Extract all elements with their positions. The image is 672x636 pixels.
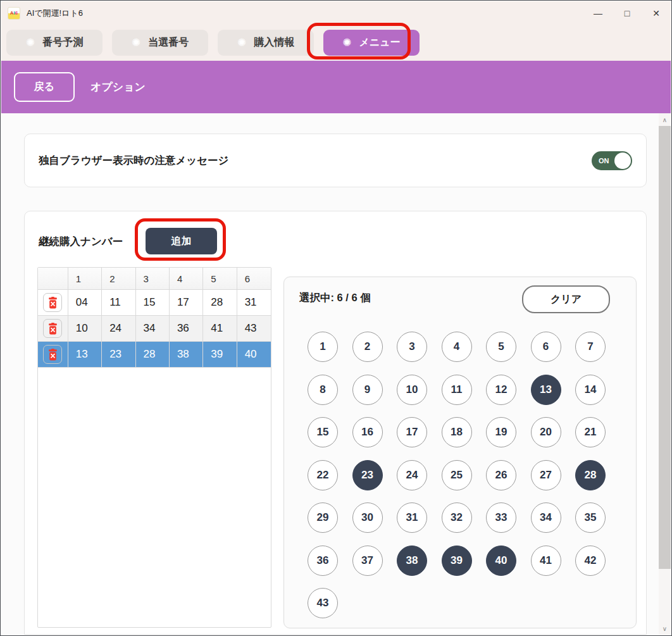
number-circle-39[interactable]: 39: [442, 546, 472, 576]
number-circle-1[interactable]: 1: [308, 332, 338, 362]
number-circle-11[interactable]: 11: [442, 375, 472, 405]
number-circle-32[interactable]: 32: [442, 502, 472, 533]
maximize-button[interactable]: □: [613, 1, 642, 25]
delete-row-button[interactable]: [43, 293, 62, 312]
page-title: オプション: [90, 80, 146, 94]
tab-label: 購入情報: [254, 36, 294, 49]
number-circle-21[interactable]: 21: [575, 417, 606, 447]
delete-cell: [38, 316, 68, 341]
number-circle-43[interactable]: 43: [308, 588, 338, 618]
clear-button[interactable]: クリア: [522, 285, 610, 313]
tab-当選番号[interactable]: ✺ 当選番号: [112, 30, 208, 56]
number-circle-22[interactable]: 22: [308, 460, 338, 490]
number-circle-13[interactable]: 13: [531, 375, 561, 405]
number-circle-30[interactable]: 30: [352, 502, 383, 533]
number-circle-7[interactable]: 7: [575, 332, 606, 362]
scroll-up-icon[interactable]: ∧: [659, 113, 671, 126]
number-cell[interactable]: 39: [203, 342, 237, 367]
number-cell[interactable]: 04: [68, 290, 102, 315]
number-circle-27[interactable]: 27: [531, 460, 561, 490]
table-row[interactable]: 132328383940: [38, 342, 271, 368]
number-cell[interactable]: 24: [102, 316, 135, 341]
number-circle-28[interactable]: 28: [575, 460, 606, 490]
number-circle-4[interactable]: 4: [442, 332, 472, 362]
number-circle-6[interactable]: 6: [531, 332, 561, 362]
number-circle-15[interactable]: 15: [308, 417, 338, 447]
number-cell[interactable]: 34: [136, 316, 170, 341]
table-row[interactable]: 041115172831: [38, 290, 271, 316]
number-cell[interactable]: 40: [237, 342, 271, 367]
tab-label: 番号予測: [42, 36, 83, 49]
tab-label: 当選番号: [148, 36, 189, 49]
starburst-icon: ✺: [342, 37, 351, 48]
number-circle-5[interactable]: 5: [486, 332, 516, 362]
number-circle-23[interactable]: 23: [352, 460, 383, 490]
tab-メニュー[interactable]: ✺ メニュー: [323, 30, 420, 56]
number-circle-35[interactable]: 35: [575, 502, 606, 533]
tab-番号予測[interactable]: ✺ 番号予測: [6, 30, 103, 56]
number-circle-29[interactable]: 29: [308, 502, 338, 533]
table-row[interactable]: 102434364143: [38, 316, 271, 342]
number-cell[interactable]: 38: [170, 342, 203, 367]
notice-toggle[interactable]: ON: [592, 151, 632, 170]
scrollbar-thumb[interactable]: [659, 126, 671, 569]
continuous-purchase-card: 継続購入ナンバー 追加 123456 041115172831: [24, 211, 647, 635]
number-circle-2[interactable]: 2: [352, 332, 383, 362]
number-cell[interactable]: 31: [237, 290, 271, 315]
number-cell[interactable]: 23: [102, 342, 135, 367]
number-circle-33[interactable]: 33: [486, 502, 516, 533]
number-circle-38[interactable]: 38: [397, 546, 427, 576]
number-circle-25[interactable]: 25: [442, 460, 472, 490]
number-circle-26[interactable]: 26: [486, 460, 516, 490]
number-circle-9[interactable]: 9: [352, 375, 383, 405]
number-circle-14[interactable]: 14: [575, 375, 606, 405]
trash-x-icon: [47, 297, 58, 309]
number-cell[interactable]: 17: [170, 290, 203, 315]
number-circle-37[interactable]: 37: [352, 546, 383, 576]
number-cell[interactable]: 13: [68, 342, 102, 367]
number-circle-42[interactable]: 42: [575, 546, 606, 576]
scroll-down-icon[interactable]: ∨: [659, 622, 671, 635]
number-cell[interactable]: 10: [68, 316, 102, 341]
content-area: 独自ブラウザー表示時の注意メッセージ ON 継続購入ナンバー 追加 123456: [1, 113, 671, 635]
number-cell[interactable]: 15: [136, 290, 170, 315]
delete-row-button[interactable]: [43, 345, 62, 364]
number-circle-36[interactable]: 36: [308, 546, 338, 576]
number-circle-16[interactable]: 16: [352, 417, 383, 447]
number-cell[interactable]: 11: [102, 290, 135, 315]
column-header: 5: [203, 268, 237, 289]
number-circle-41[interactable]: 41: [531, 546, 561, 576]
number-circle-40[interactable]: 40: [486, 546, 516, 576]
add-button[interactable]: 追加: [146, 228, 217, 254]
toggle-knob[interactable]: [614, 153, 631, 169]
number-circle-10[interactable]: 10: [397, 375, 427, 405]
number-circle-18[interactable]: 18: [442, 417, 472, 447]
delete-row-button[interactable]: [43, 319, 62, 338]
number-cell[interactable]: 28: [203, 290, 237, 315]
number-circle-24[interactable]: 24: [397, 460, 427, 490]
close-button[interactable]: ✕: [642, 1, 671, 25]
number-cell[interactable]: 28: [136, 342, 170, 367]
number-circle-31[interactable]: 31: [397, 502, 427, 533]
number-circle-34[interactable]: 34: [531, 502, 561, 533]
delete-cell: [38, 290, 68, 315]
number-circle-12[interactable]: 12: [486, 375, 516, 405]
column-header: 6: [237, 268, 271, 289]
purchase-table-body: 041115172831 102434364143: [38, 290, 271, 368]
number-circle-19[interactable]: 19: [486, 417, 516, 447]
number-circle-20[interactable]: 20: [531, 417, 561, 447]
number-cell[interactable]: 43: [237, 316, 271, 341]
number-circle-8[interactable]: 8: [308, 375, 338, 405]
vertical-scrollbar[interactable]: ∧ ∨: [659, 113, 671, 635]
number-cell[interactable]: 36: [170, 316, 203, 341]
starburst-icon: ✺: [237, 37, 246, 48]
number-circle-17[interactable]: 17: [397, 417, 427, 447]
minimize-button[interactable]: —: [583, 1, 613, 25]
number-cell[interactable]: 41: [203, 316, 237, 341]
tab-bar: ✺ 番号予測 ✺ 当選番号 ✺ 購入情報 ✺ メニュー: [1, 25, 671, 61]
column-header: 1: [68, 268, 102, 289]
browser-notice-label: 独自ブラウザー表示時の注意メッセージ: [39, 154, 228, 168]
back-button[interactable]: 戻る: [14, 72, 75, 102]
number-circle-3[interactable]: 3: [397, 332, 427, 362]
tab-購入情報[interactable]: ✺ 購入情報: [218, 30, 314, 56]
